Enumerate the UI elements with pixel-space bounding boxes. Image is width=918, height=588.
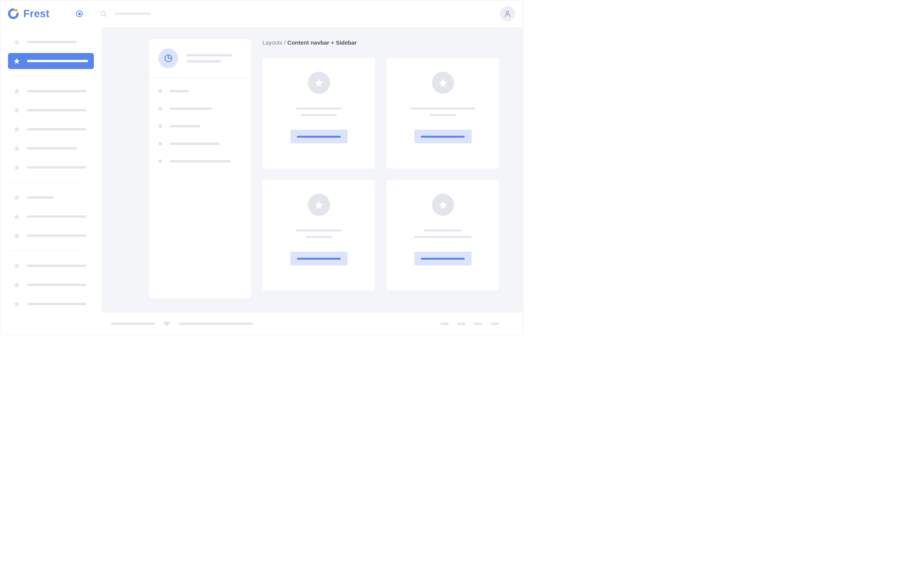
sidebar-item[interactable] bbox=[8, 121, 94, 137]
star-icon bbox=[13, 232, 20, 239]
search bbox=[100, 10, 151, 18]
sidebar bbox=[0, 27, 102, 313]
sidebar-item[interactable] bbox=[8, 141, 94, 156]
nav-label bbox=[27, 234, 86, 237]
body: Layouts / Content navbar + Sidebar bbox=[0, 27, 523, 313]
footer-link[interactable] bbox=[474, 323, 482, 325]
bullet-icon bbox=[158, 107, 162, 111]
sidebar-item-active[interactable] bbox=[8, 53, 94, 69]
card-action-label bbox=[421, 136, 465, 138]
topbar: Frest bbox=[0, 0, 523, 27]
card bbox=[262, 58, 375, 168]
bullet-icon bbox=[158, 89, 162, 93]
user-menu-button[interactable] bbox=[500, 6, 515, 21]
sidebar-item[interactable] bbox=[8, 34, 94, 50]
aside-item[interactable] bbox=[158, 124, 242, 128]
star-icon bbox=[308, 194, 330, 216]
star-icon bbox=[432, 194, 454, 216]
nav-label bbox=[27, 147, 77, 149]
sidebar-item[interactable] bbox=[8, 296, 94, 312]
svg-point-1 bbox=[101, 11, 106, 16]
star-icon bbox=[13, 107, 20, 114]
star-icon bbox=[13, 213, 20, 220]
sidebar-item[interactable] bbox=[8, 83, 94, 99]
nav-divider bbox=[10, 182, 83, 183]
star-icon bbox=[432, 72, 454, 94]
card-subtitle bbox=[301, 114, 337, 116]
footer bbox=[0, 313, 523, 335]
star-icon bbox=[13, 164, 20, 171]
aside-item[interactable] bbox=[158, 159, 242, 163]
bullet-icon bbox=[158, 159, 162, 163]
breadcrumb-separator: / bbox=[284, 39, 286, 46]
card-grid bbox=[262, 58, 499, 291]
card bbox=[262, 180, 375, 291]
brand[interactable]: Frest bbox=[8, 8, 49, 20]
sidebar-item[interactable] bbox=[8, 228, 94, 244]
footer-text bbox=[111, 323, 155, 325]
card-action-button[interactable] bbox=[290, 130, 348, 144]
user-icon bbox=[504, 10, 511, 18]
pin-toggle-icon[interactable] bbox=[76, 10, 83, 17]
card-title bbox=[424, 229, 462, 231]
content-sidebar-header bbox=[158, 48, 242, 78]
search-icon[interactable] bbox=[100, 10, 107, 18]
nav-label bbox=[27, 90, 86, 92]
star-icon bbox=[13, 39, 20, 45]
nav-label bbox=[27, 303, 86, 305]
svg-rect-0 bbox=[15, 9, 18, 11]
footer-link[interactable] bbox=[491, 323, 499, 325]
svg-point-2 bbox=[506, 11, 509, 14]
card-subtitle bbox=[306, 236, 332, 238]
sidebar-item[interactable] bbox=[8, 258, 94, 274]
pie-chart-icon bbox=[158, 48, 178, 68]
aside-label bbox=[170, 160, 231, 162]
card bbox=[387, 180, 499, 291]
footer-link[interactable] bbox=[440, 323, 449, 325]
star-icon bbox=[13, 126, 20, 133]
card-action-button[interactable] bbox=[290, 252, 348, 265]
bullet-icon bbox=[158, 124, 162, 128]
app-frame: Frest bbox=[0, 0, 523, 335]
card-action-label bbox=[297, 136, 341, 138]
sidebar-item[interactable] bbox=[8, 102, 94, 118]
sidebar-item[interactable] bbox=[8, 277, 94, 293]
card bbox=[387, 58, 499, 168]
aside-label bbox=[170, 108, 212, 110]
aside-label bbox=[170, 90, 189, 92]
aside-label bbox=[170, 143, 219, 145]
star-icon bbox=[13, 281, 20, 288]
footer-link[interactable] bbox=[457, 323, 465, 325]
star-icon bbox=[13, 58, 20, 65]
card-action-button[interactable] bbox=[414, 130, 471, 144]
card-action-label bbox=[421, 258, 465, 260]
nav-label bbox=[27, 215, 86, 218]
star-icon bbox=[13, 262, 20, 269]
breadcrumb-parent[interactable]: Layouts bbox=[262, 39, 283, 46]
content-sidebar-title bbox=[186, 54, 232, 63]
card-title bbox=[296, 108, 342, 110]
aside-item[interactable] bbox=[158, 107, 242, 111]
card-title bbox=[296, 229, 342, 231]
sidebar-item[interactable] bbox=[8, 159, 94, 175]
card-action-button[interactable] bbox=[414, 252, 471, 265]
star-icon bbox=[13, 145, 20, 152]
nav-label bbox=[27, 166, 86, 168]
aside-item[interactable] bbox=[158, 142, 242, 146]
brand-logo-icon bbox=[8, 8, 19, 19]
heart-icon bbox=[163, 320, 170, 327]
card-subtitle bbox=[414, 236, 471, 238]
card-action-label bbox=[297, 258, 341, 260]
sidebar-item[interactable] bbox=[8, 208, 94, 225]
aside-item[interactable] bbox=[158, 89, 242, 93]
nav-label bbox=[27, 41, 77, 43]
sidebar-item[interactable] bbox=[8, 189, 94, 205]
search-input[interactable] bbox=[115, 13, 151, 15]
nav-label bbox=[27, 109, 86, 111]
content-sidebar bbox=[149, 39, 251, 299]
nav-label bbox=[27, 284, 86, 286]
nav-label bbox=[27, 196, 54, 199]
star-icon bbox=[13, 300, 20, 307]
card-title bbox=[411, 108, 475, 110]
brand-name: Frest bbox=[23, 8, 49, 20]
